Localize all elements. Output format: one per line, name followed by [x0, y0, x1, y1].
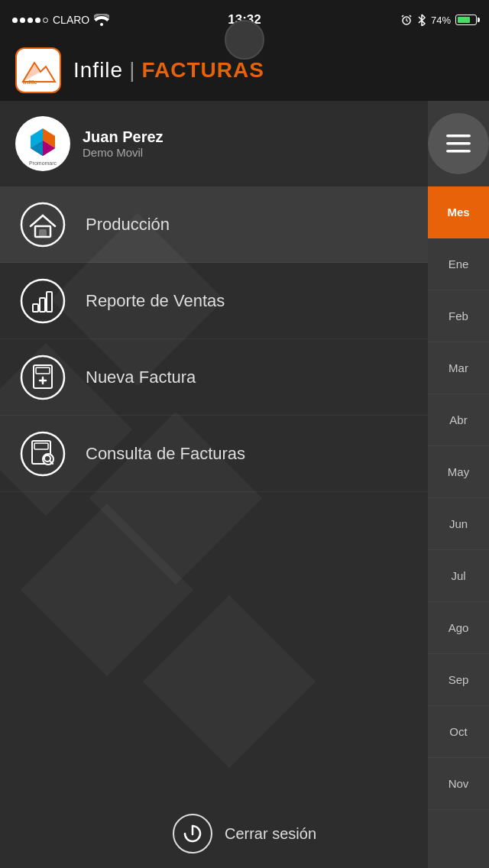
signal-strength	[12, 18, 48, 23]
consulta-label: Consulta de Facturas	[86, 444, 245, 464]
menu-items: Producción Reporte de Ventas	[0, 186, 489, 492]
nueva-factura-label: Nueva Factura	[86, 368, 196, 387]
month-item-abr[interactable]: Abr	[428, 394, 489, 446]
signal-dot-5	[43, 18, 48, 23]
month-item-ene[interactable]: Ene	[428, 238, 489, 290]
status-left: CLARO	[12, 14, 109, 26]
svg-rect-21	[36, 368, 50, 374]
reporte-label: Reporte de Ventas	[86, 291, 225, 311]
logo-inner: Infile	[17, 49, 60, 92]
main-content: Promomarc Juan Perez Demo Movil Producci…	[0, 101, 489, 868]
month-item-sep[interactable]: Sep	[428, 654, 489, 706]
month-label-jul: Jul	[451, 569, 465, 582]
promomarc-logo: Promomarc	[18, 119, 67, 168]
svg-text:Promomarc: Promomarc	[29, 160, 57, 166]
svg-rect-32	[446, 142, 471, 145]
month-label-ene: Ene	[449, 257, 469, 270]
sidebar-menu-button[interactable]	[428, 113, 489, 174]
home-icon	[18, 200, 67, 249]
month-label-ago: Ago	[449, 621, 469, 634]
logout-label: Cerrar sesión	[225, 825, 316, 843]
status-right: 74%	[400, 14, 477, 26]
chart-icon	[18, 277, 67, 326]
diamond-5	[143, 595, 316, 768]
hamburger-icon	[446, 134, 471, 153]
svg-rect-18	[47, 292, 52, 312]
menu-item-reporte[interactable]: Reporte de Ventas	[0, 263, 489, 339]
month-item-may[interactable]: May	[428, 446, 489, 498]
signal-dot-2	[20, 18, 25, 23]
svg-rect-31	[446, 134, 471, 138]
signal-dot-3	[28, 18, 33, 23]
alarm-icon	[400, 14, 413, 26]
month-item-nov[interactable]: Nov	[428, 758, 489, 810]
menu-item-nueva-factura[interactable]: Nueva Factura	[0, 339, 489, 416]
menu-item-consulta[interactable]: Consulta de Facturas	[0, 416, 489, 492]
new-invoice-icon	[18, 353, 67, 402]
bluetooth-icon	[417, 14, 426, 26]
signal-dot-1	[12, 18, 18, 23]
svg-point-15	[21, 280, 64, 322]
svg-rect-16	[33, 304, 38, 312]
carrier-label: CLARO	[53, 14, 89, 26]
produccion-label: Producción	[86, 215, 170, 235]
battery-fill	[458, 17, 470, 23]
svg-rect-26	[34, 443, 48, 449]
battery-bar	[455, 15, 477, 25]
month-label-mes: Mes	[447, 206, 469, 219]
svg-rect-33	[446, 150, 471, 153]
month-label-sep: Sep	[449, 673, 469, 686]
month-item-jul[interactable]: Jul	[428, 550, 489, 602]
logout-icon	[173, 814, 212, 853]
app-title-module: FACTURAS	[141, 58, 264, 83]
user-name: Juan Perez	[83, 128, 164, 146]
right-sidebar: Mes Ene Feb Mar Abr May Jun Jul	[428, 101, 489, 868]
month-list: Mes Ene Feb Mar Abr May Jun Jul	[428, 186, 489, 810]
user-section: Promomarc Juan Perez Demo Movil	[0, 101, 489, 186]
month-item-mar[interactable]: Mar	[428, 342, 489, 394]
svg-rect-17	[40, 298, 45, 312]
month-label-jun: Jun	[449, 517, 468, 530]
month-label-may: May	[448, 465, 469, 478]
menu-item-produccion[interactable]: Producción	[0, 186, 489, 263]
month-item-mes[interactable]: Mes	[428, 186, 489, 238]
battery-indicator	[455, 15, 477, 25]
app-logo: Infile	[15, 47, 61, 93]
month-item-feb[interactable]: Feb	[428, 290, 489, 342]
month-label-feb: Feb	[449, 309, 468, 322]
app-title-infile: Infile	[73, 58, 123, 83]
month-item-jun[interactable]: Jun	[428, 498, 489, 550]
signal-dot-4	[35, 18, 40, 23]
wifi-icon	[94, 14, 109, 26]
app-title-separator: |	[129, 58, 135, 83]
user-info: Juan Perez Demo Movil	[83, 128, 164, 159]
app-title: Infile | FACTURAS	[73, 58, 264, 83]
user-subtitle: Demo Movil	[83, 146, 164, 159]
infile-logo-svg: Infile	[19, 55, 57, 86]
month-item-oct[interactable]: Oct	[428, 706, 489, 758]
logout-section[interactable]: Cerrar sesión	[0, 799, 489, 868]
svg-point-12	[21, 203, 64, 246]
svg-text:Infile: Infile	[23, 79, 37, 86]
month-label-abr: Abr	[449, 413, 467, 426]
month-item-ago[interactable]: Ago	[428, 602, 489, 654]
month-label-mar: Mar	[449, 361, 468, 374]
user-avatar: Promomarc	[15, 116, 70, 171]
svg-point-24	[21, 432, 64, 475]
month-label-oct: Oct	[449, 725, 467, 738]
search-invoice-icon	[18, 429, 67, 478]
month-label-nov: Nov	[449, 777, 469, 790]
svg-rect-14	[40, 230, 46, 237]
battery-percent: 74%	[431, 15, 451, 26]
camera-bump	[225, 20, 264, 60]
